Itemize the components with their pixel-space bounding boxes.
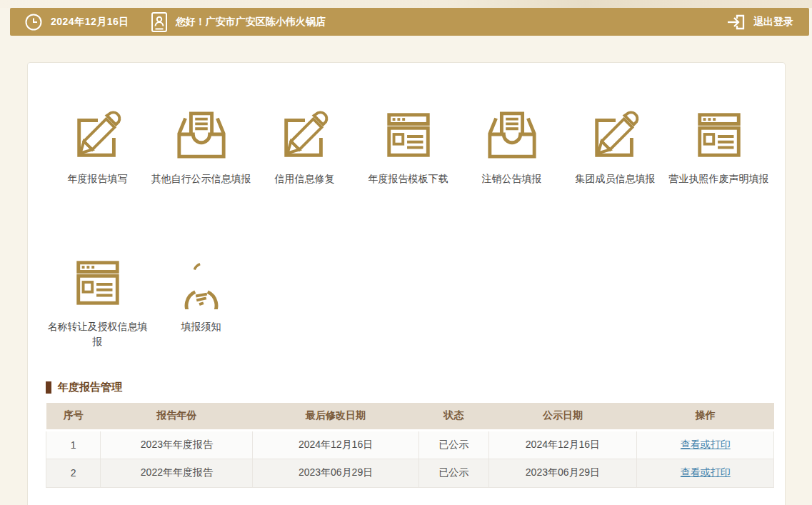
webpage-icon bbox=[693, 109, 746, 161]
webpage-icon bbox=[71, 256, 124, 309]
menu-row-1: 年度报告填写 其他自行公示信息填报 信用信息修复 年度报告模板下载 注销公告填报… bbox=[46, 109, 774, 186]
header-serial: 序号 bbox=[46, 403, 101, 430]
menu-item-license-void-statement[interactable]: 营业执照作废声明填报 bbox=[667, 109, 771, 186]
menu-item-label: 年度报告填写 bbox=[68, 171, 128, 186]
header-status: 状态 bbox=[418, 403, 488, 430]
annual-report-table: 序号 报告年份 最后修改日期 状态 公示日期 操作 1 2023年年度报告 20… bbox=[46, 403, 774, 488]
cell-status: 已公示 bbox=[418, 430, 488, 459]
header-operation: 操作 bbox=[637, 403, 774, 430]
menu-row-2: 名称转让及授权信息填报 填报须知 bbox=[46, 256, 774, 349]
menu-item-label: 营业执照作废声明填报 bbox=[669, 171, 769, 186]
menu-item-label: 信用信息修复 bbox=[275, 171, 335, 186]
annual-report-section-title: 年度报告管理 bbox=[46, 381, 774, 394]
cell-serial: 2 bbox=[46, 459, 101, 487]
top-bar: 2024年12月16日 您好！广安市广安区陈小伟火锅店 退出登录 bbox=[10, 8, 809, 36]
cell-publish-date: 2024年12月16日 bbox=[488, 430, 637, 459]
menu-item-other-disclosure[interactable]: 其他自行公示信息填报 bbox=[149, 109, 253, 186]
menu-item-credit-repair[interactable]: 信用信息修复 bbox=[253, 109, 356, 186]
main-card: 年度报告填写 其他自行公示信息填报 信用信息修复 年度报告模板下载 注销公告填报… bbox=[27, 62, 786, 505]
table-row: 2 2022年年度报告 2023年06月29日 已公示 2023年06月29日 … bbox=[46, 459, 774, 487]
table-row: 1 2023年年度报告 2024年12月16日 已公示 2024年12月16日 … bbox=[46, 430, 774, 459]
inbox-icon bbox=[486, 109, 538, 161]
id-badge-icon bbox=[151, 11, 168, 33]
menu-item-annual-report-fill[interactable]: 年度报告填写 bbox=[46, 109, 149, 186]
section-title-text: 年度报告管理 bbox=[58, 381, 122, 394]
cell-last-modified: 2023年06月29日 bbox=[253, 459, 418, 487]
edit-icon bbox=[71, 109, 124, 161]
menu-item-template-download[interactable]: 年度报告模板下载 bbox=[356, 109, 460, 186]
header-last-modified: 最后修改日期 bbox=[253, 403, 418, 430]
logout-label: 退出登录 bbox=[753, 16, 793, 29]
cell-serial: 1 bbox=[46, 430, 101, 459]
menu-item-label: 年度报告模板下载 bbox=[369, 171, 448, 186]
menu-item-label: 名称转让及授权信息填报 bbox=[46, 319, 149, 349]
lightbulb-icon bbox=[175, 256, 228, 309]
cell-report-year: 2022年年度报告 bbox=[101, 459, 253, 487]
page-background-strip bbox=[0, 0, 812, 8]
menu-item-label: 填报须知 bbox=[181, 319, 221, 334]
logout-button[interactable]: 退出登录 bbox=[725, 11, 793, 33]
date-group: 2024年12月16日 bbox=[24, 13, 129, 31]
table-header-row: 序号 报告年份 最后修改日期 状态 公示日期 操作 bbox=[46, 403, 774, 430]
menu-item-label: 集团成员信息填报 bbox=[576, 171, 656, 186]
view-or-print-link[interactable]: 查看或打印 bbox=[681, 439, 731, 450]
cell-last-modified: 2024年12月16日 bbox=[253, 430, 418, 459]
webpage-icon bbox=[382, 109, 435, 161]
view-or-print-link[interactable]: 查看或打印 bbox=[681, 466, 731, 478]
menu-item-label: 注销公告填报 bbox=[482, 171, 542, 186]
user-greeting: 您好！广安市广安区陈小伟火锅店 bbox=[176, 16, 326, 29]
menu-item-group-member-info[interactable]: 集团成员信息填报 bbox=[563, 109, 667, 186]
edit-icon bbox=[589, 109, 642, 161]
inbox-icon bbox=[175, 109, 228, 161]
menu-item-name-transfer-auth[interactable]: 名称转让及授权信息填报 bbox=[46, 256, 149, 349]
user-group: 您好！广安市广安区陈小伟火锅店 bbox=[151, 11, 326, 33]
logout-icon[interactable] bbox=[725, 11, 746, 33]
menu-item-cancellation-notice[interactable]: 注销公告填报 bbox=[460, 109, 563, 186]
cell-report-year: 2023年年度报告 bbox=[101, 430, 253, 459]
edit-icon bbox=[279, 109, 331, 161]
cell-status: 已公示 bbox=[418, 459, 488, 487]
current-date: 2024年12月16日 bbox=[51, 16, 129, 29]
menu-item-filing-instructions[interactable]: 填报须知 bbox=[149, 256, 253, 349]
clock-icon bbox=[24, 13, 43, 31]
cell-publish-date: 2023年06月29日 bbox=[488, 459, 637, 487]
header-publish-date: 公示日期 bbox=[488, 403, 637, 430]
menu-item-label: 其他自行公示信息填报 bbox=[151, 171, 251, 186]
header-report-year: 报告年份 bbox=[101, 403, 253, 430]
section-marker bbox=[46, 381, 51, 394]
